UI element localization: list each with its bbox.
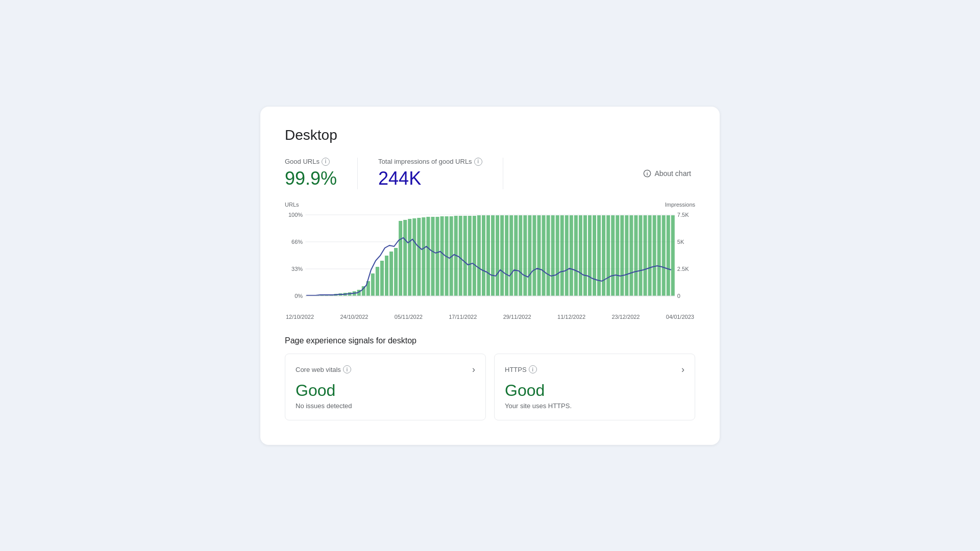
- https-value: Good: [505, 381, 684, 400]
- about-chart-button[interactable]: About chart: [639, 167, 695, 180]
- svg-rect-65: [537, 215, 541, 296]
- https-header: HTTPS i ›: [505, 364, 684, 375]
- good-urls-metric: Good URLs i 99.9%: [285, 158, 358, 189]
- svg-rect-42: [431, 217, 434, 296]
- svg-rect-87: [639, 215, 642, 296]
- svg-rect-86: [634, 215, 638, 296]
- svg-rect-33: [389, 252, 393, 296]
- svg-rect-80: [606, 215, 610, 296]
- svg-rect-29: [371, 273, 375, 296]
- svg-rect-63: [528, 215, 531, 296]
- svg-rect-41: [426, 217, 430, 296]
- svg-rect-31: [380, 261, 384, 296]
- core-web-vitals-description: No issues detected: [296, 402, 475, 410]
- svg-rect-70: [560, 215, 564, 296]
- bar-group: [306, 215, 675, 296]
- metrics-row: Good URLs i 99.9% Total impressions of g…: [285, 158, 695, 189]
- svg-rect-61: [519, 215, 522, 296]
- svg-rect-49: [463, 216, 467, 296]
- svg-rect-38: [412, 218, 416, 296]
- svg-rect-30: [376, 267, 379, 296]
- svg-rect-88: [643, 215, 647, 296]
- svg-text:0: 0: [677, 293, 680, 299]
- https-title: HTTPS i: [505, 365, 537, 373]
- svg-point-2: [647, 171, 648, 172]
- https-info-icon[interactable]: i: [529, 365, 537, 373]
- good-urls-label: Good URLs i: [285, 158, 337, 166]
- core-web-vitals-title: Core web vitals i: [296, 365, 351, 373]
- svg-rect-32: [385, 256, 388, 296]
- total-impressions-metric: Total impressions of good URLs i 244K: [378, 158, 503, 189]
- good-urls-info-icon[interactable]: i: [322, 158, 330, 166]
- svg-rect-35: [399, 221, 402, 296]
- svg-text:100%: 100%: [288, 212, 303, 218]
- svg-rect-59: [509, 215, 513, 296]
- svg-rect-44: [440, 216, 444, 296]
- svg-rect-37: [408, 219, 411, 296]
- svg-text:7.5K: 7.5K: [677, 212, 689, 218]
- core-web-vitals-info-icon[interactable]: i: [343, 365, 351, 373]
- svg-rect-91: [657, 215, 661, 296]
- svg-rect-68: [551, 215, 555, 296]
- svg-rect-60: [514, 215, 518, 296]
- svg-rect-51: [473, 216, 476, 296]
- total-impressions-value: 244K: [378, 168, 482, 189]
- https-chevron-icon[interactable]: ›: [681, 364, 684, 375]
- core-web-vitals-chevron-icon[interactable]: ›: [472, 364, 475, 375]
- svg-rect-90: [653, 215, 656, 296]
- svg-rect-83: [620, 215, 624, 296]
- svg-rect-48: [459, 216, 462, 296]
- svg-rect-40: [422, 217, 425, 296]
- svg-rect-62: [523, 215, 527, 296]
- svg-rect-54: [486, 215, 490, 296]
- good-urls-value: 99.9%: [285, 168, 337, 189]
- svg-rect-56: [496, 215, 499, 296]
- signals-section-title: Page experience signals for desktop: [285, 336, 695, 345]
- svg-rect-84: [625, 215, 628, 296]
- chart-svg: 100% 66% 33% 0% 7.5K 5K 2.5K 0: [285, 210, 695, 312]
- svg-text:66%: 66%: [291, 239, 303, 245]
- main-card: Desktop Good URLs i 99.9% Total impressi…: [260, 107, 720, 445]
- svg-text:2.5K: 2.5K: [677, 266, 689, 272]
- svg-text:0%: 0%: [295, 293, 303, 299]
- core-web-vitals-header: Core web vitals i ›: [296, 364, 475, 375]
- svg-rect-72: [570, 215, 573, 296]
- info-circle-icon: [643, 169, 651, 178]
- svg-rect-50: [468, 216, 472, 296]
- chart-axis-labels: URLs Impressions: [285, 202, 695, 208]
- svg-rect-82: [616, 215, 619, 296]
- svg-rect-57: [500, 215, 504, 296]
- svg-rect-75: [583, 215, 587, 296]
- core-web-vitals-card: Core web vitals i › Good No issues detec…: [285, 354, 486, 420]
- svg-rect-73: [574, 215, 578, 296]
- chart-area: 100% 66% 33% 0% 7.5K 5K 2.5K 0: [285, 210, 695, 312]
- https-card: HTTPS i › Good Your site uses HTTPS.: [494, 354, 695, 420]
- svg-rect-58: [505, 215, 508, 296]
- svg-rect-81: [611, 215, 615, 296]
- svg-rect-55: [491, 215, 495, 296]
- svg-rect-78: [597, 215, 601, 296]
- svg-rect-79: [602, 215, 605, 296]
- svg-rect-36: [403, 220, 407, 296]
- core-web-vitals-value: Good: [296, 381, 475, 400]
- https-description: Your site uses HTTPS.: [505, 402, 684, 410]
- svg-rect-64: [532, 215, 536, 296]
- svg-rect-71: [565, 215, 569, 296]
- svg-rect-39: [417, 218, 421, 296]
- svg-rect-53: [482, 215, 485, 296]
- svg-text:5K: 5K: [677, 239, 684, 245]
- svg-rect-77: [593, 215, 596, 296]
- svg-rect-34: [394, 248, 398, 296]
- svg-rect-67: [547, 215, 550, 296]
- svg-rect-92: [662, 215, 666, 296]
- x-axis-labels: 12/10/2022 24/10/2022 05/11/2022 17/11/2…: [285, 314, 695, 320]
- total-impressions-info-icon[interactable]: i: [474, 158, 482, 166]
- svg-rect-69: [556, 215, 559, 296]
- svg-text:33%: 33%: [291, 266, 303, 272]
- page-title: Desktop: [285, 127, 695, 143]
- svg-rect-89: [648, 215, 652, 296]
- chart-container: URLs Impressions 100% 66% 33% 0% 7.5K 5K…: [285, 202, 695, 320]
- svg-rect-74: [579, 215, 582, 296]
- signals-grid: Core web vitals i › Good No issues detec…: [285, 354, 695, 420]
- svg-rect-66: [542, 215, 546, 296]
